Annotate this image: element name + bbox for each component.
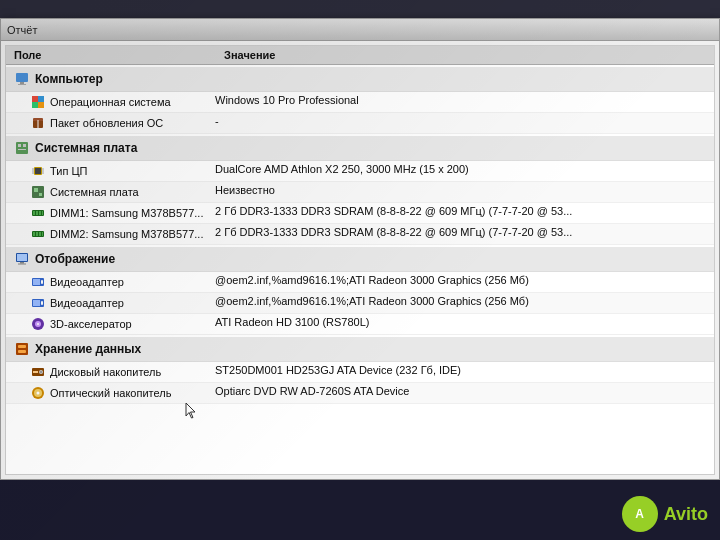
value-cell: 2 Гб DDR3-1333 DDR3 SDRAM (8-8-8-22 @ 60… (215, 226, 706, 238)
field-label: 3D-акселератор (50, 318, 132, 330)
titlebar-text: Отчёт (7, 24, 37, 36)
screen: Отчёт Поле Значение Компьютер Операционн… (0, 0, 720, 540)
col-value-header: Значение (224, 49, 706, 61)
rows-container[interactable]: Компьютер Операционная система Windows 1… (6, 65, 714, 441)
report-window: Отчёт Поле Значение Компьютер Операционн… (0, 18, 720, 480)
table-row[interactable]: Оптический накопитель Optiarc DVD RW AD-… (6, 383, 714, 404)
motherboard-section-icon (14, 140, 30, 156)
svg-point-47 (37, 323, 39, 325)
field-label: DIMM1: Samsung M378B577... (50, 207, 203, 219)
field-cell: Оптический накопитель (30, 385, 215, 401)
field-cell: 3D-акселератор (30, 316, 215, 332)
table-row[interactable]: Дисковый накопитель ST250DM001 HD253GJ A… (6, 362, 714, 383)
svg-rect-26 (33, 211, 35, 215)
value-cell: 2 Гб DDR3-1333 DDR3 SDRAM (8-8-8-22 @ 60… (215, 205, 706, 217)
bottom-bar: A Avito (0, 480, 720, 540)
svg-rect-28 (39, 211, 41, 215)
value-cell: @oem2.inf,%amd9616.1%;ATI Radeon 3000 Gr… (215, 295, 706, 307)
svg-rect-44 (41, 301, 43, 305)
svg-rect-48 (16, 343, 28, 355)
svg-rect-3 (32, 96, 38, 102)
display-section-label: Отображение (35, 252, 115, 266)
svg-rect-31 (33, 232, 35, 236)
svg-rect-12 (23, 144, 26, 147)
video-icon (30, 295, 46, 311)
package-icon (30, 115, 46, 131)
field-cell: Видеоадаптер (30, 274, 215, 290)
value-cell: - (215, 115, 706, 127)
svg-rect-49 (18, 345, 26, 348)
svg-rect-33 (39, 232, 41, 236)
svg-rect-23 (34, 188, 38, 192)
field-cell: Пакет обновления ОС (30, 115, 215, 131)
field-label: Видеоадаптер (50, 297, 124, 309)
table-row[interactable]: Пакет обновления ОС - (6, 113, 714, 134)
table-row[interactable]: DIMM2: Samsung M378B577... 2 Гб DDR3-133… (6, 224, 714, 245)
storage-section-icon (14, 341, 30, 357)
svg-rect-38 (18, 264, 26, 265)
ram-icon (30, 205, 46, 221)
storage-section-label: Хранение данных (35, 342, 141, 356)
value-cell: DualCore AMD Athlon X2 250, 3000 MHz (15… (215, 163, 706, 175)
table-row[interactable]: Видеоадаптер @oem2.inf,%amd9616.1%;ATI R… (6, 293, 714, 314)
svg-rect-2 (18, 84, 26, 85)
value-cell: Optiarc DVD RW AD-7260S ATA Device (215, 385, 706, 397)
svg-rect-15 (35, 168, 41, 174)
content-area: Поле Значение Компьютер Операционная сис… (5, 45, 715, 475)
field-cell: DIMM2: Samsung M378B577... (30, 226, 215, 242)
avito-brand-text: Avito (664, 504, 708, 525)
section-computer: Компьютер (6, 67, 714, 92)
display-section-icon (14, 251, 30, 267)
svg-point-53 (40, 371, 42, 373)
field-cell: Операционная система (30, 94, 215, 110)
svg-rect-0 (16, 73, 28, 82)
value-cell: Windows 10 Pro Professional (215, 94, 706, 106)
svg-rect-36 (17, 254, 27, 261)
table-row[interactable]: Операционная система Windows 10 Pro Prof… (6, 92, 714, 113)
titlebar: Отчёт (1, 19, 719, 41)
svg-rect-1 (20, 82, 24, 84)
field-cell: DIMM1: Samsung M378B577... (30, 205, 215, 221)
field-cell: Системная плата (30, 184, 215, 200)
optical-icon (30, 385, 46, 401)
table-row[interactable]: Видеоадаптер @oem2.inf,%amd9616.1%;ATI R… (6, 272, 714, 293)
mb-icon (30, 184, 46, 200)
ram-icon (30, 226, 46, 242)
field-label: Системная плата (50, 186, 139, 198)
3d-icon (30, 316, 46, 332)
mouse-cursor (185, 402, 197, 420)
svg-rect-37 (20, 262, 24, 264)
svg-rect-32 (36, 232, 38, 236)
field-label: Операционная система (50, 96, 171, 108)
field-label: DIMM2: Samsung M378B577... (50, 228, 203, 240)
computer-section-icon (14, 71, 30, 87)
computer-section-label: Компьютер (35, 72, 103, 86)
field-cell: Тип ЦП (30, 163, 215, 179)
table-row[interactable]: Системная плата Неизвестно (6, 182, 714, 203)
col-field-header: Поле (14, 49, 224, 61)
section-storage: Хранение данных (6, 337, 714, 362)
svg-rect-40 (33, 279, 40, 285)
table-header: Поле Значение (6, 46, 714, 65)
svg-rect-27 (36, 211, 38, 215)
svg-rect-5 (32, 102, 38, 108)
svg-rect-29 (42, 211, 43, 215)
avito-logo-circle: A (622, 496, 658, 532)
svg-point-57 (37, 392, 40, 395)
table-row[interactable]: 3D-акселератор ATI Radeon HD 3100 (RS780… (6, 314, 714, 335)
table-row[interactable]: DIMM1: Samsung M378B577... 2 Гб DDR3-133… (6, 203, 714, 224)
motherboard-section-label: Системная плата (35, 141, 137, 155)
svg-rect-34 (42, 232, 43, 236)
os-icon (30, 94, 46, 110)
table-row[interactable]: Тип ЦП DualCore AMD Athlon X2 250, 3000 … (6, 161, 714, 182)
field-label: Дисковый накопитель (50, 366, 161, 378)
svg-rect-50 (18, 350, 26, 353)
svg-rect-4 (38, 96, 44, 102)
field-cell: Дисковый накопитель (30, 364, 215, 380)
value-cell: @oem2.inf,%amd9616.1%;ATI Radeon 3000 Gr… (215, 274, 706, 286)
field-label: Тип ЦП (50, 165, 87, 177)
svg-rect-43 (33, 300, 40, 306)
svg-rect-41 (41, 280, 43, 284)
svg-rect-11 (18, 144, 21, 147)
field-label: Видеоадаптер (50, 276, 124, 288)
